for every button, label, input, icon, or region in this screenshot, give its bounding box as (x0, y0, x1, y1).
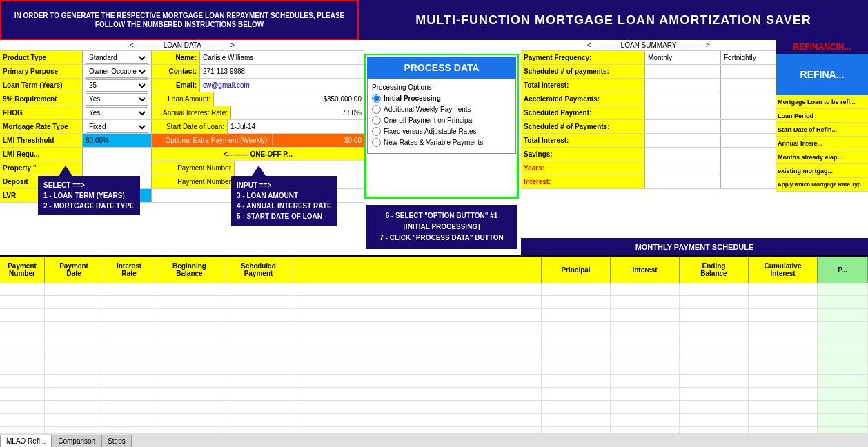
radio-additional-weekly[interactable] (372, 105, 381, 114)
td-pay-num (0, 335, 45, 348)
table-row (0, 335, 868, 348)
td-sched-pay (224, 414, 293, 426)
years-label: Years: (521, 161, 645, 175)
scheduled-payments-fortnightly (721, 65, 776, 78)
td-pay-num (0, 414, 45, 426)
option-fixed-adjustable[interactable]: Fixed versus Adjustable Rates (372, 127, 511, 136)
td-pay-num (0, 309, 45, 321)
total-interest-fortnightly (721, 79, 776, 92)
option-one-off-payment[interactable]: One-off Payment on Principal (372, 116, 511, 125)
select-line3: 2 - MORTGAGE RATE TYPE (43, 201, 135, 211)
loan-data-header: <------------ LOAN DATA ------------> (0, 40, 364, 51)
td-last (818, 414, 868, 426)
td-pay-num (0, 296, 45, 308)
th-payment-date: PaymentDate (45, 257, 103, 283)
td-cum-int (749, 283, 818, 295)
mortgage-rate-type-value[interactable]: Fixed (83, 120, 152, 133)
td-begin-bal (155, 296, 224, 308)
fhog-value[interactable]: Yes (83, 106, 152, 119)
td-pay-date (45, 309, 103, 321)
radio-fixed-adjustable[interactable] (372, 127, 381, 136)
td-principal (542, 283, 611, 295)
mortgage-rate-type-select[interactable]: Fixed (86, 121, 148, 133)
savings-monthly (645, 148, 721, 161)
th-interest-rate: InterestRate (103, 257, 155, 283)
input-tooltip-container: INPUT ==> 3 - LOAN AMOUNT 4 - ANNUAL INT… (231, 166, 337, 226)
td-cum-int (749, 388, 818, 400)
td-last (818, 322, 868, 335)
tab-comparison[interactable]: Comparison (52, 435, 101, 447)
tab-mlao[interactable]: MLAO Refi... (0, 435, 52, 447)
option-initial-processing[interactable]: Initial Processing (372, 94, 511, 103)
td-spacer (293, 335, 542, 348)
option-new-rates[interactable]: New Rates & Variable Payments (372, 138, 511, 147)
td-pay-date (45, 348, 103, 361)
td-int-rate (103, 375, 155, 387)
radio-initial-processing[interactable] (372, 94, 381, 103)
refin-row-7: Apply which Mortgage Rate Typ... (776, 178, 868, 192)
product-type-select[interactable]: Standard (86, 52, 148, 64)
label-fixed-adjustable: Fixed versus Adjustable Rates (384, 128, 477, 135)
radio-one-off-payment[interactable] (372, 116, 381, 125)
loan-term-value[interactable]: 25 (83, 79, 152, 92)
fhog-select[interactable]: Yes (86, 107, 148, 119)
td-pay-num (0, 401, 45, 413)
title-area: MULTI-FUNCTION MORTGAGE LOAN AMORTIZATIO… (359, 0, 868, 40)
table-row (0, 361, 868, 375)
refin-label-3: Start Date of Refin... (776, 123, 868, 136)
td-sched-pay (224, 361, 293, 374)
refin-row-1: Mortgage Loan to be refi... (776, 95, 868, 109)
td-pay-num (0, 283, 45, 295)
td-principal (542, 322, 611, 335)
interest-fortnightly (721, 175, 776, 188)
five-percent-value[interactable]: Yes (83, 92, 152, 106)
td-sched-pay (224, 283, 293, 295)
refin-row-5: Months already elap... (776, 150, 868, 164)
refin-label-1: Mortgage Loan to be refi... (776, 95, 868, 108)
td-pay-date (45, 322, 103, 335)
loan-amount-value: $350,000.00 (214, 92, 364, 106)
total-interest-monthly (645, 79, 721, 92)
th-ending-balance: EndingBalance (680, 257, 749, 283)
label-initial-processing: Initial Processing (384, 95, 441, 102)
interest-rate-label: Annual Interest Rate: (152, 106, 231, 119)
td-interest (611, 283, 680, 295)
input-line1: INPUT ==> (237, 180, 332, 190)
refin-label-6: existing mortgag... (776, 164, 868, 177)
scheduled-payments-row: Scheduled # of payments: (521, 65, 776, 79)
loan-amount-label: Loan Amount: (152, 92, 214, 106)
primary-purpose-value[interactable]: Owner Occupied (83, 65, 152, 78)
product-type-value[interactable]: Standard (83, 51, 152, 64)
td-principal (542, 348, 611, 361)
td-interest (611, 335, 680, 348)
five-percent-label: 5% Requirement (0, 92, 83, 106)
radio-new-rates[interactable] (372, 138, 381, 147)
tab-steps[interactable]: Steps (101, 435, 132, 447)
td-interest (611, 388, 680, 400)
table-row (0, 348, 868, 361)
savings-label: Savings: (521, 148, 645, 161)
five-percent-select[interactable]: Yes (86, 93, 148, 106)
td-sched-pay (224, 401, 293, 413)
lmi-req-row: LMI Requ... <--------- ONE-OFF P... (0, 148, 364, 161)
table-row (0, 401, 868, 414)
td-sched-pay (224, 348, 293, 361)
td-pay-date (45, 375, 103, 387)
td-sched-pay (224, 296, 293, 308)
td-pay-date (45, 361, 103, 374)
th-principal: Principal (542, 257, 611, 283)
option-additional-weekly[interactable]: Additional Weekly Payments (372, 105, 511, 114)
primary-purpose-select[interactable]: Owner Occupied (86, 66, 148, 78)
loan-term-select[interactable]: 25 (86, 79, 148, 92)
th-payment-number: PaymentNumber (0, 257, 45, 283)
fhog-label: FHOG (0, 106, 83, 119)
process-data-popup: PROCESS DATA Processing Options Initial … (366, 55, 517, 155)
th-cumulative-interest: CumulativeInterest (749, 257, 818, 283)
step-tooltip-container: 6 - SELECT "OPTION BUTTON" #1 [INITIAL P… (364, 203, 519, 250)
td-end-bal (680, 348, 749, 361)
td-spacer (293, 296, 542, 308)
td-interest (611, 309, 680, 321)
table-row (0, 414, 868, 427)
td-principal (542, 361, 611, 374)
step-tooltip: 6 - SELECT "OPTION BUTTON" #1 [INITIAL P… (364, 203, 519, 250)
